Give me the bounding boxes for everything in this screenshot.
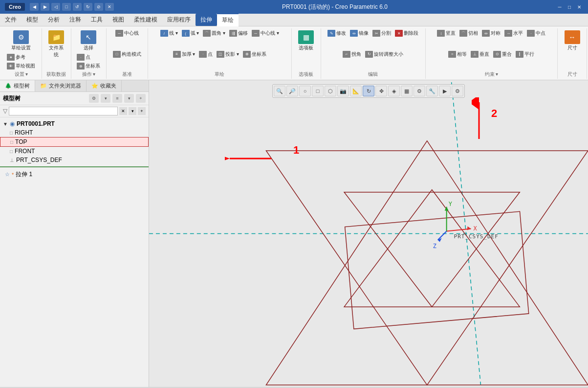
ribbon-btn-horizontal[interactable]: ↔ 水平: [503, 29, 524, 37]
tree-btn-more[interactable]: ▾: [124, 94, 134, 103]
creo-logo: Creo: [5, 3, 25, 11]
ribbon-btn-equal[interactable]: = 相等: [447, 50, 468, 58]
ribbon-btn-point2[interactable]: · 点: [197, 50, 214, 58]
toolbar-icon-5[interactable]: ↺: [73, 3, 82, 11]
ribbon-btn-fillet[interactable]: ⌒ 圆角 ▾: [201, 29, 227, 37]
ribbon-btn-coincident[interactable]: ⊙ 重合: [492, 50, 513, 58]
menu-extrude[interactable]: 拉伸: [196, 14, 217, 26]
ribbon-btn-vertical[interactable]: ↕ 竖直: [436, 29, 457, 37]
vp-btn-pan[interactable]: ✥: [375, 86, 387, 96]
tree-item-csys[interactable]: ⊥ PRT_CSYS_DEF: [0, 156, 149, 164]
vp-btn-zoom-out[interactable]: 🔎: [286, 86, 298, 96]
panel-tab-favorites[interactable]: ⭐ 收藏夹: [87, 80, 122, 91]
ribbon-btn-corner[interactable]: ⌐ 拐角: [341, 50, 363, 58]
ribbon-btn-sketch-settings[interactable]: ⚙ 草绘设置: [8, 29, 34, 52]
ribbon-btn-delete-seg[interactable]: ✕ 删除段: [393, 29, 420, 37]
ribbon-btn-mirror[interactable]: ⇔ 镜像: [348, 29, 370, 37]
vp-btn-zoom-fit[interactable]: ○: [299, 86, 311, 96]
ribbon-btn-arc[interactable]: ( 弧 ▾: [180, 29, 201, 37]
ribbon-btn-csys2[interactable]: ⊕ 坐标系: [241, 50, 268, 58]
menu-flexible[interactable]: 柔性建模: [129, 14, 162, 26]
svg-text:Z: Z: [433, 243, 436, 250]
ribbon-btn-modify[interactable]: ✎ 修改: [326, 29, 348, 37]
menu-sketch[interactable]: 草绘: [217, 13, 239, 26]
vp-btn-zoom-box[interactable]: □: [312, 86, 324, 96]
tree-item-right[interactable]: □ RIGHT: [0, 128, 149, 137]
maximize-button[interactable]: □: [566, 3, 573, 11]
ribbon-btn-dimension[interactable]: ↔ 尺寸: [562, 29, 583, 52]
vp-btn-camera[interactable]: 📷: [337, 86, 349, 96]
tree-item-prt0001[interactable]: ▼ ◉ PRT0001.PRT: [0, 119, 149, 128]
tree-label-right: RIGHT: [15, 129, 33, 136]
tree-search-input[interactable]: [9, 107, 118, 115]
tree-btn-settings[interactable]: ⚙: [89, 94, 99, 103]
ribbon-btn-symmetric[interactable]: ⇔ 对称: [480, 29, 502, 37]
viewport[interactable]: 🔍 🔎 ○ □ ⬡ 📷 📐 ↻ ✥ ◈ ▦ ⚙ 🔧 ▶ ⚙: [149, 80, 588, 387]
vp-btn-zoom-in[interactable]: 🔍: [274, 86, 285, 96]
ribbon-btn-sketch-view[interactable]: 👁 草绘视图: [5, 62, 37, 70]
ribbon-btn-select[interactable]: ↖ 选择: [78, 29, 99, 52]
ribbon-btn-line[interactable]: / 线 ▾: [159, 29, 179, 37]
vp-btn-tools[interactable]: 🔧: [426, 86, 438, 96]
window-controls: ─ □ ✕: [556, 3, 583, 11]
favorites-icon: ⭐: [91, 83, 98, 89]
vp-btn-view-orient[interactable]: ⬡: [325, 86, 336, 96]
ribbon-btn-midpoint[interactable]: · 中点: [525, 29, 547, 37]
vp-btn-more[interactable]: ⚙: [452, 86, 463, 96]
ribbon-btn-construction[interactable]: □ 构造模式: [111, 50, 143, 58]
menu-annotation[interactable]: 注释: [65, 14, 86, 26]
ribbon-btn-parallel[interactable]: ∥ 平行: [514, 50, 536, 58]
toolbar-icon-4[interactable]: □: [62, 3, 71, 11]
ribbon-group-edit: ✎ 修改 ⇔ 镜像 ✂ 分割 ✕ 删除段 ⌐ 拐角: [321, 28, 426, 79]
menu-apps[interactable]: 应用程序: [162, 14, 196, 26]
toolbar-icon-2[interactable]: ▶: [41, 3, 49, 11]
ribbon-btn-filesystem[interactable]: 📁 文件系统: [44, 29, 69, 59]
vp-btn-display1[interactable]: ◈: [388, 86, 400, 96]
centerline2-icon: ─: [252, 30, 260, 37]
ribbon-btn-thicken[interactable]: ≡ 加厚 ▾: [172, 50, 197, 58]
ribbon-btn-reference[interactable]: ✦ 参考: [5, 53, 37, 61]
menu-view[interactable]: 视图: [108, 14, 129, 26]
vp-btn-settings2[interactable]: ⚙: [414, 86, 425, 96]
search-down-btn[interactable]: ▾: [129, 107, 136, 115]
tree-btn-add[interactable]: +: [136, 94, 146, 103]
ribbon-btn-divide[interactable]: ✂ 分割: [371, 29, 392, 37]
toolbar-icon-1[interactable]: ◀: [30, 3, 39, 11]
ribbon-btn-centerline[interactable]: ─ 中心线: [114, 29, 140, 37]
toolbar-icon-7[interactable]: ⊘: [94, 3, 103, 11]
tree-btn-dropdown[interactable]: ▾: [101, 94, 110, 103]
toolbar-icon-3[interactable]: ◁: [51, 3, 60, 11]
search-clear-btn[interactable]: ✕: [119, 107, 127, 115]
ribbon-btn-project[interactable]: ◫ 投影 ▾: [215, 50, 240, 58]
ribbon-btn-centerline2[interactable]: ─ 中心线 ▾: [250, 29, 281, 37]
vp-btn-play[interactable]: ▶: [439, 86, 451, 96]
menu-analysis[interactable]: 分析: [43, 14, 65, 26]
panel-tab-modeltree[interactable]: 🌲 模型树: [0, 80, 35, 91]
ribbon-btn-palette[interactable]: ▦ 选项板: [295, 29, 317, 52]
menu-tools[interactable]: 工具: [86, 14, 108, 26]
tree-item-extrude1[interactable]: ☆ * 拉伸 1: [0, 169, 149, 180]
ribbon-btn-perpendicular[interactable]: ⊥ 垂直: [469, 50, 491, 58]
ribbon-btn-csys[interactable]: ⊕ 坐标系: [75, 62, 102, 70]
vp-btn-display2[interactable]: ▦: [401, 86, 413, 96]
toolbar-icon-6[interactable]: ↻: [84, 3, 92, 11]
reference-icon: ✦: [7, 54, 15, 61]
minimize-button[interactable]: ─: [556, 3, 564, 11]
tree-btn-list[interactable]: ≡: [112, 94, 122, 103]
ribbon-btn-rotate-resize[interactable]: ↻ 旋转调整大小: [364, 50, 405, 58]
menu-file[interactable]: 文件: [0, 14, 22, 26]
close-button[interactable]: ✕: [575, 3, 583, 11]
left-panel: 🌲 模型树 📁 文件夹浏览器 ⭐ 收藏夹 模型树 ⚙ ▾ ≡ ▾ + ▽: [0, 80, 149, 387]
vp-btn-spin[interactable]: ↻: [363, 86, 374, 96]
search-add-btn[interactable]: +: [138, 107, 146, 115]
sketch-settings-icon: ⚙: [13, 30, 29, 44]
tree-item-top[interactable]: □ TOP: [0, 137, 149, 147]
panel-tab-filebrowser[interactable]: 📁 文件夹浏览器: [35, 80, 87, 91]
ribbon-btn-point[interactable]: · 点: [75, 53, 102, 61]
ribbon-btn-tangent[interactable]: ⌒ 切相: [458, 29, 479, 37]
vp-btn-measure[interactable]: 📐: [350, 86, 362, 96]
toolbar-icon-8[interactable]: ✕: [105, 3, 114, 11]
ribbon-btn-offset[interactable]: ⇶ 偏移: [228, 29, 249, 37]
menu-model[interactable]: 模型: [22, 14, 43, 26]
tree-item-front[interactable]: □ FRONT: [0, 147, 149, 156]
